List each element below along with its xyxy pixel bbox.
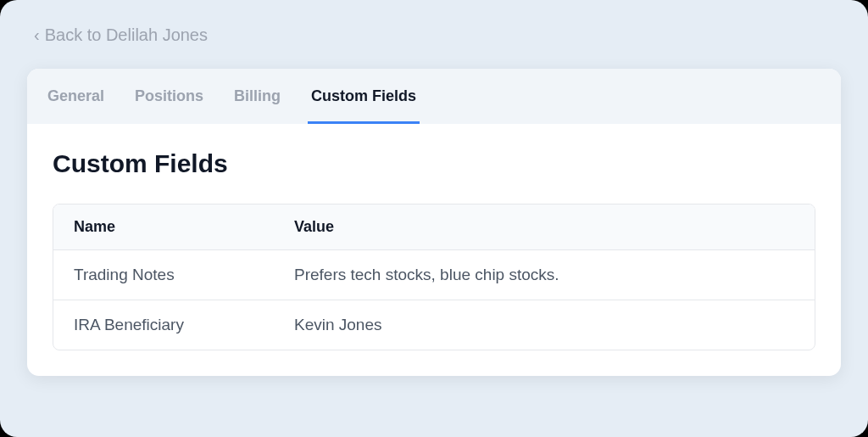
back-link-label: Back to Delilah Jones (45, 25, 208, 45)
chevron-left-icon: ‹ (34, 25, 40, 45)
column-header-name: Name (74, 218, 294, 236)
page-container: ‹ Back to Delilah Jones General Position… (0, 0, 868, 437)
back-link[interactable]: ‹ Back to Delilah Jones (34, 25, 208, 45)
tab-content: Custom Fields Name Value Trading Notes P… (27, 124, 841, 376)
tab-custom-fields[interactable]: Custom Fields (308, 69, 420, 124)
cell-value: Prefers tech stocks, blue chip stocks. (294, 266, 794, 284)
table-header: Name Value (53, 204, 815, 250)
table-row: IRA Beneficiary Kevin Jones (53, 300, 815, 350)
tab-positions[interactable]: Positions (131, 69, 207, 124)
content-card: General Positions Billing Custom Fields … (27, 69, 841, 376)
cell-value: Kevin Jones (294, 316, 794, 334)
custom-fields-table: Name Value Trading Notes Prefers tech st… (53, 204, 815, 350)
tab-billing[interactable]: Billing (231, 69, 284, 124)
tab-bar: General Positions Billing Custom Fields (27, 69, 841, 124)
column-header-value: Value (294, 218, 794, 236)
tab-general[interactable]: General (44, 69, 108, 124)
table-row: Trading Notes Prefers tech stocks, blue … (53, 250, 815, 300)
cell-name: Trading Notes (74, 266, 294, 284)
page-title: Custom Fields (53, 149, 815, 178)
cell-name: IRA Beneficiary (74, 316, 294, 334)
